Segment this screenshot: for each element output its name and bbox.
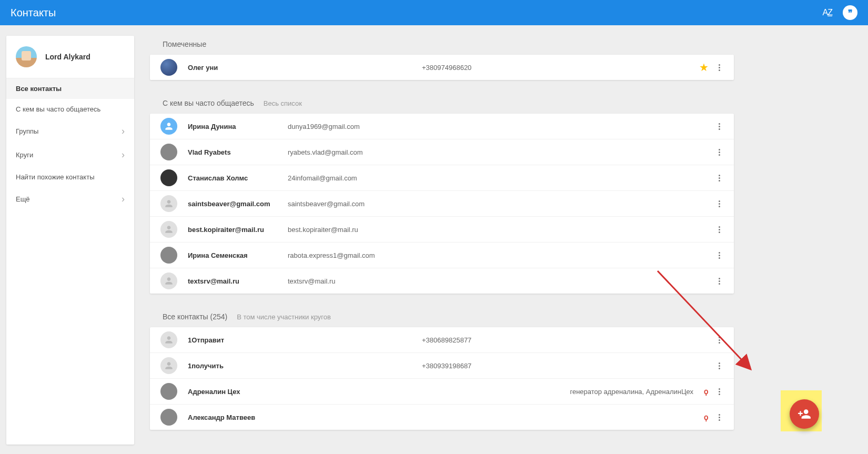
contact-name: saintsbeaver@gmail.com (188, 200, 288, 208)
contact-email: saintsbeaver@gmail.com (288, 200, 422, 208)
contact-row[interactable]: saintsbeaver@gmail.comsaintsbeaver@gmail… (150, 191, 734, 217)
main-content: Помеченные Олег уни+380974968620★ С кем … (150, 36, 734, 445)
app-title: Контакты (11, 7, 823, 19)
starred-card: Олег уни+380974968620★ (150, 55, 734, 80)
contact-row[interactable]: Александр Матвеевϙ (150, 405, 734, 430)
contact-row[interactable]: 1получить+380939198687 (150, 353, 734, 379)
contact-row[interactable]: Станислав Холмс24infomail@gmail.com (150, 165, 734, 191)
contact-name: Ирина Дунина (188, 123, 288, 130)
contact-actions (715, 147, 723, 158)
starred-header: Помеченные (150, 36, 734, 55)
more-menu-icon[interactable] (715, 360, 723, 371)
gplus-icon[interactable]: ϙ (704, 387, 709, 396)
contact-name: best.kopiraiter@mail.ru (188, 226, 288, 234)
chevron-right-icon: › (122, 149, 125, 160)
hangouts-icon[interactable]: ❞ (843, 5, 857, 20)
contact-name: Адреналин Цех (188, 388, 288, 396)
contact-name: Ирина Семенская (188, 251, 288, 259)
sidebar-item-label: Найти похожие контакты (16, 173, 94, 181)
contact-name: Vlad Ryabets (188, 148, 288, 156)
sidebar-item-label: Круги (16, 151, 33, 159)
contact-actions (715, 276, 723, 287)
contact-phone: +380939198687 (422, 362, 556, 370)
contact-row[interactable]: Адреналин Цехгенератор адреналина, Адрен… (150, 379, 734, 405)
more-menu-icon[interactable] (715, 412, 723, 423)
app-header: Контакты AZ ❞ (0, 0, 868, 25)
contact-email: textsrv@mail.ru (288, 277, 422, 285)
contact-avatar (160, 221, 177, 238)
more-menu-icon[interactable] (715, 224, 723, 235)
contact-avatar (160, 118, 177, 135)
contact-name: Станислав Холмс (188, 174, 288, 182)
contact-email: rabota.express1@gmail.com (288, 251, 422, 259)
contact-name: Олег уни (188, 64, 288, 72)
more-menu-icon[interactable] (715, 198, 723, 209)
contact-row[interactable]: Олег уни+380974968620★ (150, 55, 734, 80)
more-menu-icon[interactable] (715, 173, 723, 184)
contact-email: dunya1969@gmail.com (288, 123, 422, 130)
contact-avatar (160, 383, 177, 400)
contact-row[interactable]: 1Отправит+380689825877 (150, 327, 734, 353)
chevron-right-icon: › (122, 126, 125, 137)
more-menu-icon[interactable] (715, 276, 723, 287)
sidebar-item-5[interactable]: Ещё› (6, 187, 134, 211)
all-circles-link[interactable]: В том числе участники кругов (237, 313, 331, 321)
sidebar-item-2[interactable]: Группы› (6, 119, 134, 143)
sidebar-item-0[interactable]: Все контакты (6, 78, 134, 99)
gplus-icon[interactable]: ϙ (704, 413, 709, 421)
frequent-card: Ирина Дунинаdunya1969@gmail.comVlad Ryab… (150, 114, 734, 294)
sidebar-item-label: Все контакты (16, 85, 62, 93)
contact-row[interactable]: Ирина Дунинаdunya1969@gmail.com (150, 114, 734, 139)
contact-row[interactable]: Vlad Ryabetsryabets.vlad@gmail.com (150, 139, 734, 165)
contact-avatar (160, 144, 177, 160)
contact-actions (715, 360, 723, 371)
starred-title: Помеченные (163, 40, 206, 48)
frequent-all-link[interactable]: Весь список (264, 99, 302, 107)
add-person-icon (798, 407, 811, 421)
profile-avatar (16, 46, 37, 67)
more-menu-icon[interactable] (715, 62, 723, 73)
more-menu-icon[interactable] (715, 386, 723, 397)
frequent-title: С кем вы часто общаетесь (163, 99, 254, 107)
contact-avatar (160, 273, 177, 289)
contact-row[interactable]: best.kopiraiter@mail.rubest.kopiraiter@m… (150, 217, 734, 243)
contact-name: textsrv@mail.ru (188, 277, 288, 285)
sidebar-item-3[interactable]: Круги› (6, 143, 134, 167)
all-header: Все контакты (254) В том числе участники… (150, 308, 734, 327)
profile-section[interactable]: Lord Alykard (6, 36, 134, 78)
contact-avatar (160, 331, 177, 348)
contact-avatar (160, 357, 177, 374)
more-menu-icon[interactable] (715, 147, 723, 158)
contact-actions: ϙ (704, 386, 723, 397)
sidebar-item-4[interactable]: Найти похожие контакты (6, 167, 134, 187)
contact-phone: +380974968620 (422, 64, 556, 72)
contact-extra: генератор адреналина, АдреналинЦех (556, 388, 699, 396)
contact-actions (715, 198, 723, 209)
contact-avatar (160, 59, 177, 76)
more-menu-icon[interactable] (715, 335, 723, 346)
contact-email: best.kopiraiter@mail.ru (288, 226, 422, 234)
star-icon[interactable]: ★ (699, 61, 709, 74)
contact-email: 24infomail@gmail.com (288, 174, 422, 182)
profile-name: Lord Alykard (45, 53, 90, 61)
contact-actions (715, 121, 723, 132)
add-contact-fab[interactable] (790, 399, 819, 429)
contact-row[interactable]: Ирина Семенскаяrabota.express1@gmail.com (150, 243, 734, 268)
contact-actions (715, 250, 723, 261)
contact-actions (715, 335, 723, 346)
sort-az-button[interactable]: AZ (823, 8, 832, 17)
contact-avatar (160, 409, 177, 426)
all-card: 1Отправит+3806898258771получить+38093919… (150, 327, 734, 430)
sidebar-item-1[interactable]: С кем вы часто общаетесь (6, 99, 134, 119)
sidebar-item-label: С кем вы часто общаетесь (16, 105, 100, 113)
contact-row[interactable]: textsrv@mail.rutextsrv@mail.ru (150, 268, 734, 294)
all-title: Все контакты (254) (163, 312, 227, 321)
chevron-right-icon: › (122, 194, 125, 205)
contact-actions (715, 173, 723, 184)
more-menu-icon[interactable] (715, 121, 723, 132)
contact-name: 1Отправит (188, 336, 288, 344)
contact-name: 1получить (188, 362, 288, 370)
more-menu-icon[interactable] (715, 250, 723, 261)
sidebar-item-label: Ещё (16, 195, 30, 203)
contact-actions: ϙ (704, 412, 723, 423)
